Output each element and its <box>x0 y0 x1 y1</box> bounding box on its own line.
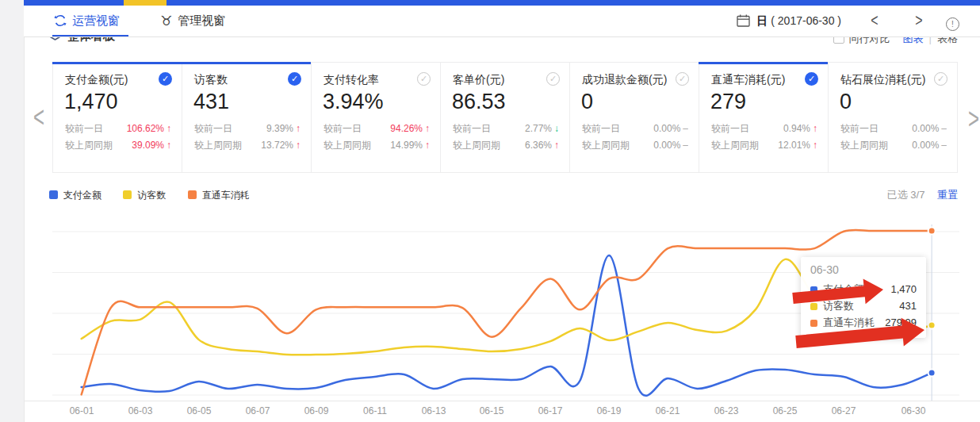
metric-card-payment-amount[interactable]: ✓ 支付金额(元) 1,470 较前一日106.62%↑ 较上周同期39.09%… <box>52 62 182 173</box>
check-icon[interactable]: ✓ <box>417 72 431 86</box>
card-accent <box>569 62 699 64</box>
legend-label: 访客数 <box>137 190 166 201</box>
metric-card-refund-amount[interactable]: ✓ 成功退款金额(元) 0 较前一日0.00%– 较上周同期0.00%– <box>569 62 699 173</box>
legend-swatch <box>123 190 132 199</box>
endpoint-dot-1 <box>928 321 936 328</box>
info-icon[interactable]: ! <box>946 17 959 31</box>
prev-day-button[interactable]: < <box>852 0 897 42</box>
x-tick-label: 06-27 <box>832 405 856 416</box>
x-tick-label: 06-19 <box>597 405 622 416</box>
check-icon[interactable]: ✓ <box>159 72 172 86</box>
page-left-gutter <box>0 0 25 422</box>
compare-label: 较上周同期 <box>453 137 500 154</box>
compare-value: 106.62% <box>127 123 164 134</box>
legend-controls: 已选 3/7 重置 <box>887 188 958 202</box>
card-value: 86.53 <box>452 90 569 114</box>
tooltip-row: 支付金额1,470 <box>810 281 917 297</box>
tab-operations-view[interactable]: 运营视窗 <box>54 6 120 36</box>
metric-card-diamond-booth-cost[interactable]: ✓ 钻石展位消耗(元) 0 较前一日0.00%– 较上周同期0.00%– <box>828 62 958 173</box>
x-tick-label: 06-23 <box>714 405 739 416</box>
operations-view-icon <box>54 8 67 38</box>
cards-prev-button[interactable]: < <box>33 101 44 134</box>
compare-value: 94.26% <box>390 123 423 134</box>
compare-label: 较上周同期 <box>323 137 371 154</box>
x-tick-label: 06-21 <box>656 405 680 416</box>
up-arrow-icon: ↑ <box>425 123 430 134</box>
legend-item-through-train-cost[interactable]: 直通车消耗 <box>188 189 250 202</box>
up-arrow-icon: ↑ <box>425 140 430 151</box>
check-icon[interactable]: ✓ <box>934 72 947 86</box>
metric-card-avg-order-value[interactable]: ✓ 客单价(元) 86.53 较前一日2.77%↓ 较上周同期6.36%↑ <box>440 62 570 173</box>
legend-item-visitor-count[interactable]: 访客数 <box>123 189 166 202</box>
tooltip-date: 06-30 <box>810 263 917 276</box>
compare-value: 0.94% <box>783 123 810 134</box>
compare-value: 12.01% <box>778 140 810 151</box>
card-value: 3.94% <box>323 90 440 114</box>
date-granularity[interactable]: 日 <box>756 14 768 27</box>
chart-legend: 支付金额 访客数 直通车消耗 <box>49 189 269 202</box>
endpoint-dot-2 <box>928 227 936 234</box>
flat-dash-icon: – <box>683 140 688 151</box>
flat-dash-icon: – <box>941 140 947 151</box>
cards-next-button[interactable]: > <box>968 102 979 136</box>
view-header: 运营视窗 ♉管理视窗 日( 2017-06-30 )<>! <box>24 6 980 37</box>
compare-label: 较前一日 <box>323 121 362 137</box>
compare-row: 较上周同期0.00%– <box>840 137 947 154</box>
tooltip-label: 直通车消耗 <box>823 316 875 328</box>
compare-row: 较前一日0.00%– <box>840 121 947 137</box>
card-accent <box>182 62 312 64</box>
card-accent <box>440 62 570 64</box>
check-icon[interactable]: ✓ <box>288 72 301 86</box>
up-arrow-icon: ↑ <box>167 140 171 151</box>
compare-row: 较上周同期13.72%↑ <box>194 137 301 154</box>
reset-link[interactable]: 重置 <box>937 189 958 201</box>
check-icon[interactable]: ✓ <box>546 72 560 86</box>
tooltip-label: 访客数 <box>823 300 854 312</box>
compare-value: 0.00% <box>653 123 680 134</box>
up-arrow-icon: ↑ <box>813 140 817 151</box>
check-icon[interactable]: ✓ <box>805 72 818 86</box>
card-accent <box>828 62 958 64</box>
tooltip-swatch <box>810 286 817 293</box>
metric-card-visitor-count[interactable]: ✓ 访客数 431 较前一日9.39%↑ 较上周同期13.72%↑ <box>182 62 312 173</box>
legend-item-payment-amount[interactable]: 支付金额 <box>49 189 101 202</box>
compare-value: 13.72% <box>261 140 293 151</box>
next-day-button[interactable]: > <box>897 0 941 42</box>
tooltip-value: 279.99 <box>885 314 917 331</box>
metric-card-payment-conversion-rate[interactable]: ✓ 支付转化率 3.94% 较前一日94.26%↑ 较上周同期14.99%↑ <box>311 62 441 173</box>
card-value: 431 <box>193 90 311 114</box>
x-tick-label: 06-30 <box>902 405 926 416</box>
up-arrow-icon: ↑ <box>296 123 301 134</box>
legend-swatch <box>188 190 197 199</box>
x-tick-label: 06-25 <box>773 405 798 416</box>
browser-top-accent-bar <box>24 0 980 6</box>
compare-row: 较前一日0.94%↑ <box>711 121 817 137</box>
x-tick-label: 06-15 <box>480 405 504 416</box>
card-value: 1,470 <box>64 90 182 114</box>
calendar-icon[interactable] <box>737 8 750 38</box>
legend-swatch <box>49 190 58 199</box>
x-tick-label: 06-05 <box>187 405 212 416</box>
compare-row: 较上周同期39.09%↑ <box>65 137 171 154</box>
tab-management-view[interactable]: ♉管理视窗 <box>160 6 225 36</box>
x-axis: 06-01 06-03 06-05 06-07 06-09 06-11 06-1… <box>0 405 980 421</box>
tooltip-value: 431 <box>899 297 917 314</box>
x-tick-label: 06-11 <box>363 405 387 416</box>
active-tab-underline <box>52 35 128 36</box>
date-controls: 日( 2017-06-30 )<>! <box>737 6 980 36</box>
date-range[interactable]: ( 2017-06-30 ) <box>771 14 841 27</box>
tooltip-swatch <box>810 303 817 310</box>
compare-value: 9.39% <box>266 123 293 134</box>
topbar-yellow-segment <box>124 0 167 6</box>
compare-value: 6.36% <box>525 140 552 151</box>
compare-label: 较前一日 <box>840 121 879 137</box>
check-icon[interactable]: ✓ <box>676 72 689 86</box>
tab-operations-label: 运营视窗 <box>72 13 120 27</box>
down-arrow-icon: ↓ <box>554 123 559 134</box>
tooltip-value: 1,470 <box>890 281 917 297</box>
compare-value: 2.77% <box>525 123 552 134</box>
compare-label: 较前一日 <box>582 121 620 137</box>
compare-row: 较前一日2.77%↓ <box>453 121 559 137</box>
metric-card-through-train-cost[interactable]: ✓ 直通车消耗(元) 279 较前一日0.94%↑ 较上周同期12.01%↑ <box>699 62 829 173</box>
compare-value: 39.09% <box>132 140 164 151</box>
